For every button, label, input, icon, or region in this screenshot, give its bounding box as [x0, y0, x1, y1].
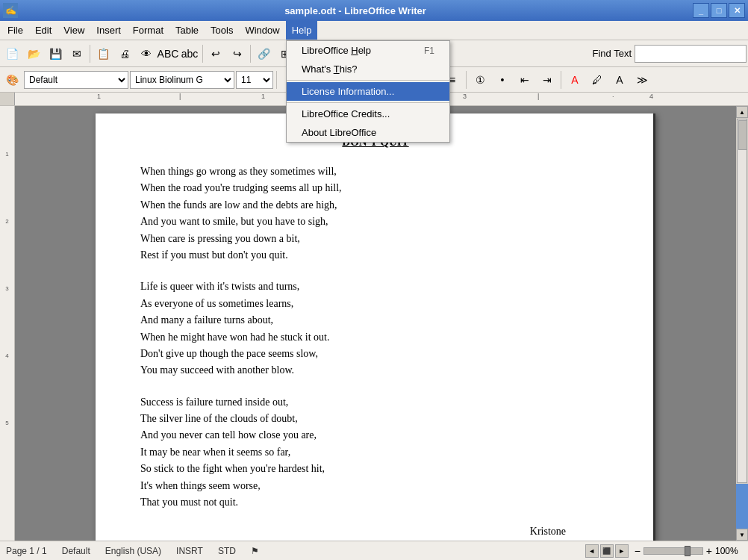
email-button[interactable]: ✉	[66, 43, 87, 64]
page-style-button[interactable]: ⬛	[600, 544, 614, 558]
maximize-button[interactable]: □	[711, 3, 727, 18]
styles-dropdown-btn[interactable]: 🎨	[1, 69, 22, 90]
increase-indent-button[interactable]: ⇥	[537, 69, 558, 90]
open-button[interactable]: 📂	[23, 43, 44, 64]
vertical-ruler: 1 2 3 4 5	[0, 106, 15, 541]
menu-format[interactable]: Format	[127, 21, 169, 40]
zoom-slider-thumb[interactable]	[685, 546, 691, 556]
scroll-down-button[interactable]: ▼	[736, 529, 748, 541]
menu-view[interactable]: View	[57, 21, 90, 40]
titlebar-controls[interactable]: _ □ ✕	[693, 3, 745, 18]
page-info: Page 1 / 1	[6, 546, 47, 556]
tb2-more[interactable]: ≫	[632, 69, 652, 90]
sep8	[561, 71, 561, 89]
font-color-button[interactable]: A	[564, 69, 585, 90]
minimize-button[interactable]: _	[693, 3, 709, 18]
nav-tools: ↩ ↪	[205, 43, 248, 64]
scroll-accent	[736, 484, 748, 529]
menu-insert[interactable]: Insert	[90, 21, 127, 40]
redo-button[interactable]: ↪	[227, 43, 248, 64]
scroll-track[interactable]	[737, 119, 747, 483]
help-credits[interactable]: LibreOffice Credits...	[287, 105, 449, 123]
menu-tools[interactable]: Tools	[205, 21, 239, 40]
pdf-button[interactable]: 📋	[93, 43, 113, 64]
spellcheck-button[interactable]: ABC	[158, 43, 178, 64]
highlight-button[interactable]: 🖊	[587, 69, 608, 90]
menu-window[interactable]: Window	[239, 21, 285, 40]
close-button[interactable]: ✕	[729, 3, 745, 18]
zoom-out-button[interactable]: −	[635, 545, 641, 557]
decrease-indent-button[interactable]: ⇤	[514, 69, 535, 90]
find-text-area: Find Text	[592, 45, 747, 63]
bullets-button[interactable]: •	[492, 69, 513, 90]
sep7	[466, 71, 467, 89]
help-about[interactable]: About LibreOffice	[287, 123, 449, 142]
stanza-2: Life is queer with it's twists and turns…	[140, 279, 611, 379]
menu-table[interactable]: Table	[169, 21, 205, 40]
right-margin-line	[653, 113, 655, 541]
zoom-bar: − + 100%	[635, 545, 742, 557]
menubar: File Edit View Insert Format Table Tools…	[0, 21, 748, 40]
next-page-button[interactable]: ►	[615, 544, 629, 558]
vertical-scrollbar[interactable]: ▲ ▼	[736, 106, 748, 541]
scroll-up-button[interactable]: ▲	[736, 106, 748, 118]
edit-tools: 📋 🖨 👁 ABC abc	[93, 43, 200, 64]
style-info: Default	[62, 546, 90, 556]
statusbar: Page 1 / 1 Default English (USA) INSRT S…	[0, 541, 748, 560]
sep2	[202, 45, 203, 63]
autocorrect-button[interactable]: abc	[179, 43, 200, 64]
selection-mode: STD	[218, 546, 236, 556]
new-button[interactable]: 📄	[1, 43, 22, 64]
hyperlink-button[interactable]: 🔗	[253, 43, 274, 64]
zoom-in-button[interactable]: +	[706, 545, 712, 557]
app-icon: ✍	[3, 3, 18, 18]
undo-button[interactable]: ↩	[205, 43, 226, 64]
help-dropdown: LibreOffice Help F1 What's This? License…	[286, 40, 450, 143]
unsaved-indicator: ⚑	[251, 546, 259, 556]
preview-button[interactable]: 👁	[136, 43, 157, 64]
save-button[interactable]: 💾	[45, 43, 66, 64]
titlebar: ✍ sample.odt - LibreOffice Writer _ □ ✕	[0, 0, 748, 21]
titlebar-title: sample.odt - LibreOffice Writer	[18, 5, 693, 16]
paragraph-style-select[interactable]: Default	[24, 71, 128, 89]
menu-edit[interactable]: Edit	[29, 21, 57, 40]
zoom-slider-track[interactable]	[643, 547, 703, 555]
prev-page-button[interactable]: ◄	[585, 544, 599, 558]
menu-help[interactable]: Help	[286, 21, 318, 40]
document-page: DON'T QUIT When things go wrong as they …	[96, 113, 655, 541]
document-area[interactable]: DON'T QUIT When things go wrong as they …	[15, 106, 736, 541]
sep1	[90, 45, 90, 63]
document-attribution: Kristone	[140, 526, 611, 538]
font-size-select[interactable]: 11	[236, 71, 273, 89]
dropdown-separator-2	[287, 102, 449, 103]
scroll-thumb[interactable]	[738, 120, 747, 150]
language-info: English (USA)	[105, 546, 161, 556]
stanza-1: When things go wrong as they sometimes w…	[140, 164, 611, 264]
find-text-input[interactable]	[635, 45, 747, 63]
main-area: 1 2 3 4 5 DON'T QUIT When things go wron…	[0, 106, 748, 541]
font-name-select[interactable]: Linux Biolinum G	[130, 71, 234, 89]
numbering-button[interactable]: ①	[470, 69, 490, 90]
file-tools: 📄 📂 💾 ✉	[1, 43, 87, 64]
help-whats-this[interactable]: What's This?	[287, 60, 449, 78]
menu-file[interactable]: File	[1, 21, 29, 40]
page-navigation[interactable]: ◄ ⬛ ►	[585, 544, 629, 558]
char-bg-button[interactable]: A	[609, 69, 630, 90]
print-button[interactable]: 🖨	[114, 43, 135, 64]
ruler-corner	[0, 93, 15, 105]
stanza-3: Success is failure turned inside out, Th…	[140, 394, 611, 511]
help-libreoffice-help[interactable]: LibreOffice Help F1	[287, 41, 449, 60]
edit-mode: INSRT	[176, 546, 203, 556]
dropdown-separator-1	[287, 80, 449, 81]
find-text-label: Find Text	[592, 48, 632, 59]
sep3	[250, 45, 251, 63]
sep5	[276, 71, 277, 89]
help-license-information[interactable]: License Information...	[287, 82, 449, 101]
zoom-level: 100%	[715, 546, 742, 556]
statusbar-right: ◄ ⬛ ► − + 100%	[585, 544, 742, 558]
